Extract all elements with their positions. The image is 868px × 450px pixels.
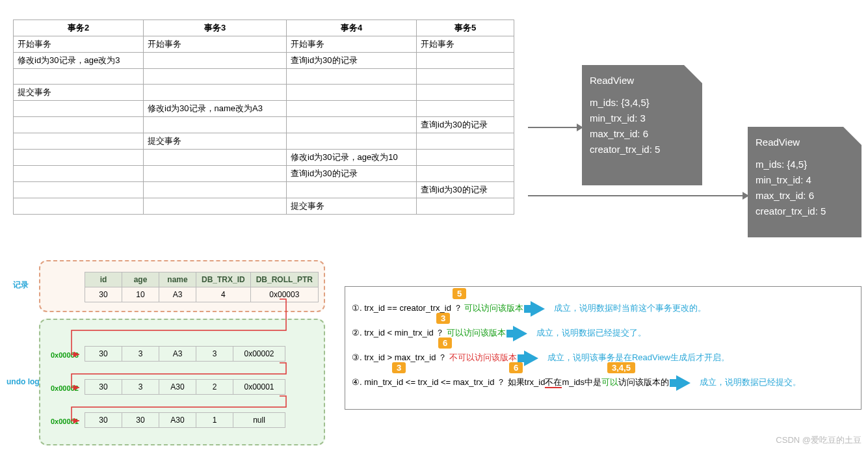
tx-cell [417,198,514,215]
rv1-max: max_trx_id: 6 [590,126,694,142]
tx-cell [417,166,514,182]
rv2-title: ReadView [756,135,854,150]
rv2-mids: m_ids: {4,5} [756,157,854,172]
tx-cell [14,133,144,150]
tx-cell [144,85,287,101]
readview-1: ReadView m_ids: {3,4,5} min_trx_id: 3 ma… [582,65,702,185]
r4-notin: 不在 [545,377,562,388]
addr-3: 0x00001 [51,417,79,425]
rule-3: 6 ③. trx_id > max_trx_id ？ 不可以访问该版本 成立，说… [352,351,854,366]
addr-2: 0x00002 [51,384,79,392]
label-record: 记录 [13,280,29,291]
tx-cell [287,101,417,117]
arrow-icon [524,351,538,366]
tx-cell [144,150,287,166]
r4-comment: 成立，说明数据已经提交。 [700,377,801,387]
tx-cell [144,53,287,69]
th-tx5: 事务5 [417,20,514,36]
rc2: A3 [159,287,196,302]
r1-res: 可以访问该版本 [464,303,523,313]
tx-cell [144,182,287,198]
tx-cell: 查询id为30的记录 [287,53,417,69]
r2-res: 可以访问该版本 [447,328,506,338]
tx-cell [14,198,144,215]
rc1: 10 [122,287,159,302]
tag-r1: 5 [453,288,466,299]
rule-2: 3 ②. trx_id < min_trx_id ？ 可以访问该版本 成立，说明… [352,326,854,341]
r4-text2: m_ids中是 [562,377,601,387]
tx-cell [287,117,417,133]
tx-cell [144,198,287,215]
tx-cell: 提交事务 [287,198,417,215]
tx-cell [287,85,417,101]
transactions-table: 事务2 事务3 事务4 事务5 开始事务开始事务开始事务开始事务修改id为30记… [13,20,514,215]
tx-cell: 开始事务 [14,36,144,53]
tx-cell [14,150,144,166]
tx-cell: 修改id为30记录，age改为3 [14,53,144,69]
arrow-icon [513,326,527,341]
arrow-icon [676,375,690,391]
tag-r4c: 3,4,5 [607,362,635,373]
rv2-creator: creator_trx_id: 5 [756,204,854,219]
tx-cell [417,69,514,85]
r2-pre: ②. trx_id < min_trx_id ？ [352,328,444,338]
r3-comment: 成立，说明该事务是在ReadView生成后才开启。 [547,352,730,362]
tx-cell: 开始事务 [417,36,514,53]
rh-name: name [159,272,196,287]
tx-cell: 开始事务 [287,36,417,53]
tx-cell: 提交事务 [144,133,287,150]
tx-cell [14,101,144,117]
r2-comment: 成立，说明数据已经提交了。 [536,328,646,338]
tx-cell: 查询id为30的记录 [417,182,514,198]
rc3: 4 [196,287,251,302]
tx-cell: 提交事务 [14,85,144,101]
tx-cell [287,69,417,85]
tx-cell [417,53,514,69]
rules-box: 5 ①. trx_id == creator_trx_id ？ 可以访问该版本 … [345,286,861,410]
rv1-creator: creator_trx_id: 5 [590,142,694,157]
tx-cell [417,133,514,150]
tx-cell [417,101,514,117]
r3-pre: ③. trx_id > max_trx_id ？ [352,352,447,362]
tx-cell: 查询id为30的记录 [287,166,417,182]
r4-can: 可以 [601,377,618,387]
arrow-icon [531,301,545,317]
rule-4: 3 6 3,4,5 ④. min_trx_id <= trx_id <= max… [352,375,854,391]
arrow-to-rv1 [528,127,577,128]
rv1-title: ReadView [590,73,694,88]
r3-res: 不可以访问该版本 [449,352,517,362]
addr-1: 0x00003 [51,351,79,359]
tag-r2: 3 [436,313,450,324]
undo-row-1: 303A330x00002 [85,346,285,362]
tx-cell [14,69,144,85]
r1-comment: 成立，说明数据时当前这个事务更改的。 [554,303,706,313]
r4-text3: 访问该版本的 [618,377,669,387]
arrow-to-rv2 [528,195,743,196]
undo-row-2: 303A3020x00001 [85,379,285,395]
rh-age: age [122,272,159,287]
tx-cell: 开始事务 [144,36,287,53]
tx-cell [144,166,287,182]
tx-cell [144,117,287,133]
th-tx3: 事务3 [144,20,287,36]
rv2-min: min_trx_id: 4 [756,172,854,188]
tx-cell [417,150,514,166]
tag-r4b: 6 [509,362,523,373]
tag-r3: 6 [438,338,452,349]
rh-trxid: DB_TRX_ID [196,272,251,287]
r4-text1: ④. min_trx_id <= trx_id <= max_trx_id ？ … [352,377,545,387]
tx-cell: 修改id为30记录，age改为10 [287,150,417,166]
rv1-min: min_trx_id: 3 [590,111,694,126]
watermark: CSDN @爱吃豆的土豆 [776,434,861,446]
tx-cell [287,133,417,150]
rule-1: 5 ①. trx_id == creator_trx_id ？ 可以访问该版本 … [352,301,854,317]
th-tx4: 事务4 [287,20,417,36]
record-table: id age name DB_TRX_ID DB_ROLL_PTR 30 10 … [85,272,319,302]
tx-cell [417,85,514,101]
tx-cell: 查询id为30的记录 [417,117,514,133]
rc4: 0x00003 [250,287,318,302]
tx-cell: 修改id为30记录，name改为A3 [144,101,287,117]
rc0: 30 [85,287,122,302]
label-undo-log: undo log [7,377,40,386]
tx-cell [287,182,417,198]
